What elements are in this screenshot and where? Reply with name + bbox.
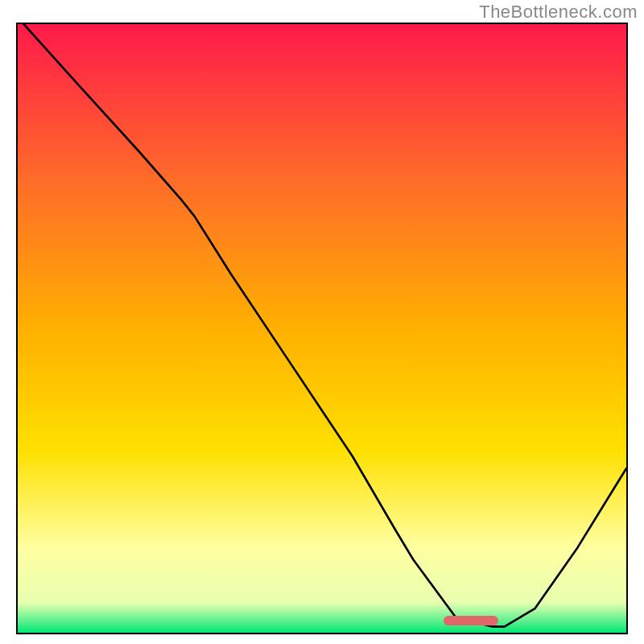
curve-layer	[18, 24, 626, 633]
chart-stage: TheBottleneck.com	[0, 0, 644, 644]
watermark-text: TheBottleneck.com	[479, 2, 638, 23]
plot-area	[16, 23, 628, 634]
optimal-range-marker	[444, 616, 498, 625]
bottleneck-curve-path	[24, 24, 626, 626]
